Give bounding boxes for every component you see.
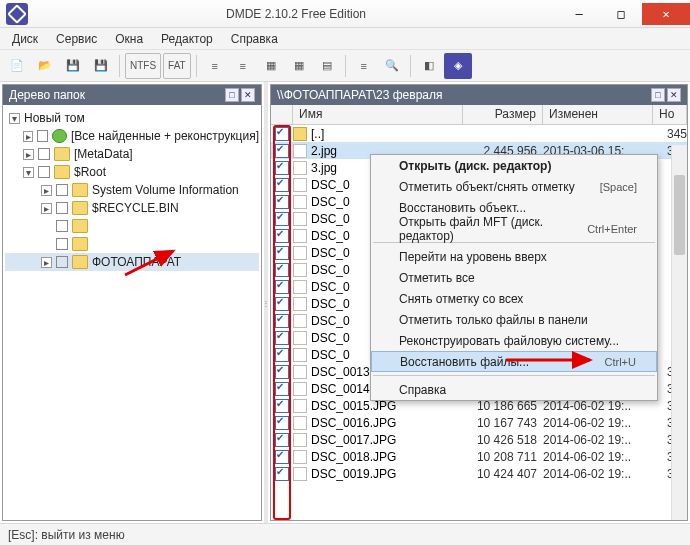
row-checkbox[interactable] bbox=[275, 399, 289, 413]
expand-icon[interactable] bbox=[41, 221, 52, 232]
tool-list2[interactable]: ≡ bbox=[230, 53, 256, 79]
menu-item[interactable]: Открыть файл MFT (диск. редактор)Ctrl+En… bbox=[371, 218, 657, 239]
tool-grid3[interactable]: ▤ bbox=[314, 53, 340, 79]
file-row[interactable]: DSC_0019.JPG10 424 4072014-06-02 19:..34… bbox=[271, 465, 687, 482]
checkbox[interactable] bbox=[38, 166, 50, 178]
row-checkbox[interactable] bbox=[275, 433, 289, 447]
menu-item[interactable]: Отметить все bbox=[371, 267, 657, 288]
checkbox[interactable] bbox=[37, 130, 48, 142]
menu-item[interactable]: Отметить только файлы в панели bbox=[371, 309, 657, 330]
panel-detach-button[interactable]: □ bbox=[651, 88, 665, 102]
row-checkbox[interactable] bbox=[275, 297, 289, 311]
menu-item[interactable]: Открыть (диск. редактор) bbox=[371, 155, 657, 176]
panel-close-button[interactable]: ✕ bbox=[241, 88, 255, 102]
row-checkbox[interactable] bbox=[275, 467, 289, 481]
row-checkbox[interactable] bbox=[275, 229, 289, 243]
column-header[interactable]: Имя Размер Изменен Но bbox=[271, 105, 687, 125]
row-checkbox[interactable] bbox=[275, 178, 289, 192]
checkbox[interactable] bbox=[56, 238, 68, 250]
col-size[interactable]: Размер bbox=[463, 105, 543, 124]
expand-icon[interactable] bbox=[41, 239, 52, 250]
tree-node[interactable] bbox=[5, 217, 259, 235]
expand-icon[interactable]: ▾ bbox=[9, 113, 20, 124]
row-checkbox[interactable] bbox=[275, 382, 289, 396]
menu-help[interactable]: Справка bbox=[225, 30, 284, 48]
col-check[interactable] bbox=[271, 105, 293, 124]
row-checkbox[interactable] bbox=[275, 280, 289, 294]
col-date[interactable]: Изменен bbox=[543, 105, 653, 124]
tool-list1[interactable]: ≡ bbox=[202, 53, 228, 79]
checkbox[interactable] bbox=[56, 184, 68, 196]
row-checkbox[interactable] bbox=[275, 314, 289, 328]
row-checkbox[interactable] bbox=[275, 365, 289, 379]
tree-node[interactable] bbox=[5, 235, 259, 253]
checkbox[interactable] bbox=[56, 220, 68, 232]
tool-open[interactable]: 📂 bbox=[32, 53, 58, 79]
tree-node[interactable]: ▸System Volume Information bbox=[5, 181, 259, 199]
expand-icon[interactable]: ▸ bbox=[23, 131, 33, 142]
col-ext[interactable]: Но bbox=[653, 105, 687, 124]
tool-save2[interactable]: 💾 bbox=[88, 53, 114, 79]
row-checkbox[interactable] bbox=[275, 212, 289, 226]
col-name[interactable]: Имя bbox=[293, 105, 463, 124]
row-checkbox[interactable] bbox=[275, 416, 289, 430]
menu-item[interactable]: Справка bbox=[371, 379, 657, 400]
file-row[interactable]: DSC_0016.JPG10 167 7432014-06-02 19:..34… bbox=[271, 414, 687, 431]
menu-service[interactable]: Сервис bbox=[50, 30, 103, 48]
tool-logo[interactable]: ◈ bbox=[444, 53, 472, 79]
row-checkbox[interactable] bbox=[275, 263, 289, 277]
menu-item[interactable]: Перейти на уровень вверх bbox=[371, 246, 657, 267]
expand-icon[interactable]: ▸ bbox=[41, 185, 52, 196]
maximize-button[interactable]: □ bbox=[600, 3, 642, 25]
file-row[interactable]: DSC_0017.JPG10 426 5182014-06-02 19:..34… bbox=[271, 431, 687, 448]
tree-node[interactable]: ▸[Все найденные + реконструкция] bbox=[5, 127, 259, 145]
menu-disk[interactable]: Диск bbox=[6, 30, 44, 48]
expand-icon[interactable]: ▾ bbox=[23, 167, 34, 178]
row-checkbox[interactable] bbox=[275, 144, 289, 158]
menu-item[interactable]: Восстановить файлы...Ctrl+U bbox=[371, 351, 657, 372]
minimize-button[interactable]: — bbox=[558, 3, 600, 25]
close-button[interactable]: ✕ bbox=[642, 3, 690, 25]
row-checkbox[interactable] bbox=[275, 348, 289, 362]
tree-node[interactable]: ▾$Root bbox=[5, 163, 259, 181]
tool-save[interactable]: 💾 bbox=[60, 53, 86, 79]
tree-root[interactable]: ▾ Новый том bbox=[5, 109, 259, 127]
file-row[interactable]: [..]345 bbox=[271, 125, 687, 142]
tool-ntfs[interactable]: NTFS bbox=[125, 53, 161, 79]
expand-icon[interactable]: ▸ bbox=[41, 257, 52, 268]
menu-windows[interactable]: Окна bbox=[109, 30, 149, 48]
folder-tree[interactable]: ▾ Новый том ▸[Все найденные + реконструк… bbox=[3, 105, 261, 520]
menu-item[interactable]: Отметить объект/снять отметку[Space] bbox=[371, 176, 657, 197]
row-checkbox[interactable] bbox=[275, 161, 289, 175]
tool-text[interactable]: ≡ bbox=[351, 53, 377, 79]
tool-grid1[interactable]: ▦ bbox=[258, 53, 284, 79]
context-menu[interactable]: Открыть (диск. редактор)Отметить объект/… bbox=[370, 154, 658, 401]
menu-editor[interactable]: Редактор bbox=[155, 30, 219, 48]
row-checkbox[interactable] bbox=[275, 331, 289, 345]
menu-item[interactable]: Реконструировать файловую систему... bbox=[371, 330, 657, 351]
scrollbar-thumb[interactable] bbox=[674, 175, 685, 255]
tree-node[interactable]: ▸$RECYCLE.BIN bbox=[5, 199, 259, 217]
tree-node[interactable]: ▸ФОТОАППАРАТ bbox=[5, 253, 259, 271]
row-checkbox[interactable] bbox=[275, 246, 289, 260]
expand-icon[interactable]: ▸ bbox=[41, 203, 52, 214]
checkbox[interactable] bbox=[56, 256, 68, 268]
expand-icon[interactable]: ▸ bbox=[23, 149, 34, 160]
row-checkbox[interactable] bbox=[275, 127, 289, 141]
tool-search[interactable]: 🔍 bbox=[379, 53, 405, 79]
menu-item[interactable]: Снять отметку со всех bbox=[371, 288, 657, 309]
vertical-scrollbar[interactable] bbox=[671, 145, 687, 520]
tree-node[interactable]: ▸[MetaData] bbox=[5, 145, 259, 163]
file-row[interactable]: DSC_0018.JPG10 208 7112014-06-02 19:..34… bbox=[271, 448, 687, 465]
tool-new[interactable]: 📄 bbox=[4, 53, 30, 79]
splitter[interactable]: ⋮ bbox=[264, 82, 268, 523]
row-checkbox[interactable] bbox=[275, 450, 289, 464]
panel-detach-button[interactable]: □ bbox=[225, 88, 239, 102]
tool-fat[interactable]: FAT bbox=[163, 53, 191, 79]
panel-close-button[interactable]: ✕ bbox=[667, 88, 681, 102]
tool-panel[interactable]: ◧ bbox=[416, 53, 442, 79]
checkbox[interactable] bbox=[38, 148, 50, 160]
row-checkbox[interactable] bbox=[275, 195, 289, 209]
tool-grid2[interactable]: ▦ bbox=[286, 53, 312, 79]
checkbox[interactable] bbox=[56, 202, 68, 214]
